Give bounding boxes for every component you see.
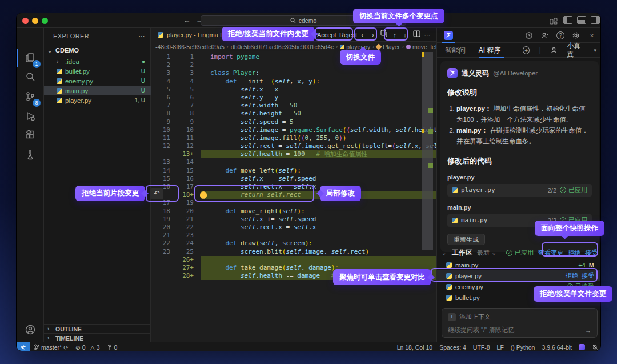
workspace-file-player.py[interactable]: player.py拒绝接受 bbox=[437, 270, 601, 281]
tab-smart-qa[interactable]: 智能问答 bbox=[445, 43, 470, 58]
status-item[interactable]: UTF-8 bbox=[470, 342, 494, 352]
compare-changes-icon[interactable] bbox=[379, 30, 388, 40]
outline-section[interactable]: › OUTLINE bbox=[44, 324, 151, 333]
split-editor-icon[interactable] bbox=[412, 30, 421, 40]
chevron-down-icon[interactable]: ⌄ bbox=[442, 250, 447, 256]
code-line[interactable]: 2325 screen.blit(self.image, self.rect) bbox=[151, 248, 436, 256]
lingma-status-icon[interactable] bbox=[575, 342, 588, 352]
testing-icon[interactable] bbox=[21, 146, 39, 164]
maximize-traffic-light[interactable] bbox=[42, 18, 48, 24]
code-line[interactable]: 1212 self.rect = self.image.get_rect(top… bbox=[151, 142, 436, 150]
breadcrumb-item[interactable]: move_left bbox=[406, 43, 436, 50]
reject-all-link[interactable]: 拒绝 bbox=[568, 249, 580, 257]
tree-item-.idea[interactable]: ›.idea● bbox=[44, 57, 151, 66]
minimize-traffic-light[interactable] bbox=[32, 18, 38, 24]
status-item[interactable]: () Python bbox=[507, 342, 539, 352]
lingma-logo-icon[interactable] bbox=[444, 31, 453, 40]
code-line[interactable]: 2224 def draw(self, screen): bbox=[151, 239, 436, 247]
user-name[interactable]: 小真真 bbox=[567, 42, 585, 59]
timeline-section[interactable]: › TIMELINE bbox=[44, 333, 151, 342]
code-line[interactable]: 44 def __init__(self, x, y): bbox=[151, 78, 436, 86]
account-icon[interactable] bbox=[21, 321, 39, 339]
tab-ai-programmer[interactable]: AI 程序员 bbox=[479, 43, 504, 58]
status-item[interactable]: Spaces: 4 bbox=[436, 342, 470, 352]
code-line[interactable]: 22 bbox=[151, 61, 436, 69]
code-line[interactable]: 55 self.x = x bbox=[151, 86, 436, 94]
new-session-icon[interactable]: + bbox=[523, 46, 530, 54]
code-line[interactable]: 77 self.width = 50 bbox=[151, 102, 436, 110]
problems-item[interactable]: ⊘0 △3 bbox=[72, 342, 103, 352]
code-file-chip-player.py[interactable]: player.py2/2✓已应用 bbox=[447, 184, 592, 197]
diff-added-line[interactable]: 13+ self.health = 100 # 增加生命值属性 bbox=[151, 150, 436, 158]
customize-layout-icon[interactable] bbox=[550, 17, 558, 23]
notifications-bell-icon[interactable] bbox=[588, 342, 601, 352]
close-traffic-light[interactable] bbox=[22, 18, 29, 24]
status-item[interactable]: LF bbox=[494, 342, 507, 352]
extensions-icon[interactable] bbox=[21, 126, 39, 145]
panel-settings-icon[interactable] bbox=[571, 31, 580, 40]
code-line[interactable]: 1617 self.rect.x = self.x bbox=[151, 183, 436, 191]
code-line[interactable]: 11import pygame bbox=[151, 53, 436, 61]
code-line[interactable]: 99 self.speed = 5 bbox=[151, 118, 436, 126]
toggle-secondary-sidebar-icon[interactable] bbox=[591, 16, 600, 24]
diff-code-area[interactable]: 11import pygame2233class Player:44 def _… bbox=[151, 53, 436, 280]
code-line[interactable]: 2022 self.rect.x = self.x bbox=[151, 223, 436, 231]
lightbulb-icon[interactable] bbox=[200, 191, 207, 198]
tree-item-enemy.py[interactable]: enemy.pyU bbox=[44, 76, 151, 86]
regenerate-button[interactable]: 重新生成 bbox=[447, 234, 485, 245]
breadcrumb-item[interactable]: Player bbox=[376, 43, 400, 50]
search-view-icon[interactable] bbox=[21, 68, 39, 86]
explorer-icon[interactable]: 1 bbox=[21, 49, 39, 67]
chat-input-box[interactable]: + 添加上下文 继续提问或 "/" 清除记忆 → bbox=[442, 308, 598, 338]
explorer-more-actions-icon[interactable]: ⋯ bbox=[139, 33, 145, 40]
accept-all-link[interactable]: 接受 bbox=[585, 249, 598, 257]
workspace-latest-dropdown[interactable]: 最新 ⌄ bbox=[477, 249, 496, 257]
workspace-file-main.py[interactable]: main.py+4M bbox=[437, 259, 601, 270]
git-branch-item[interactable]: master* ⟳ bbox=[30, 342, 72, 352]
next-change-icon[interactable]: ↓ bbox=[400, 30, 410, 40]
prev-change-icon[interactable]: ↑ bbox=[390, 30, 399, 40]
code-line[interactable]: 1921 self.x += self.speed bbox=[151, 215, 436, 223]
status-item[interactable]: Ln 18, Col 10 bbox=[394, 342, 436, 352]
code-line[interactable]: 1719 bbox=[151, 199, 436, 207]
remote-indicator[interactable] bbox=[17, 342, 30, 352]
view-changes-link[interactable]: 查看变更 bbox=[538, 249, 563, 257]
breadcrumb-item[interactable]: db0c5b6c0f71ac06e305bc9001c65d4c bbox=[231, 43, 334, 50]
editor-scrollbar[interactable] bbox=[422, 52, 433, 250]
toggle-panel-icon[interactable] bbox=[577, 16, 586, 24]
accept-file-changes-button[interactable]: Accept bbox=[317, 30, 336, 40]
code-line[interactable]: 66 self.y = y bbox=[151, 94, 436, 102]
add-context-button[interactable]: + 添加上下文 bbox=[448, 313, 591, 321]
tree-item-player.py[interactable]: player.py1, U bbox=[44, 95, 151, 105]
source-control-icon[interactable]: 8 bbox=[21, 87, 39, 106]
ports-item[interactable]: 0 bbox=[103, 342, 121, 352]
code-line[interactable]: 1314 bbox=[151, 158, 436, 166]
tree-item-main.py[interactable]: main.pyU bbox=[44, 86, 151, 95]
reject-file-changes-button[interactable]: Reject bbox=[339, 30, 357, 40]
code-line[interactable]: 1820 def move_right(self): bbox=[151, 207, 436, 215]
toggle-primary-sidebar-icon[interactable] bbox=[563, 16, 572, 24]
prev-file-icon[interactable]: ‹ bbox=[358, 30, 367, 40]
code-line[interactable]: 1415 def move_left(self): bbox=[151, 167, 436, 175]
feedback-icon[interactable] bbox=[540, 31, 550, 40]
reject-file-link[interactable]: 拒绝 bbox=[566, 271, 578, 280]
code-line[interactable]: 33class Player: bbox=[151, 69, 436, 77]
diff-added-line[interactable]: 26+ bbox=[151, 256, 436, 264]
run-debug-icon[interactable] bbox=[21, 107, 39, 125]
code-line[interactable]: 1010 self.image = pygame.Surface((self.w… bbox=[151, 126, 436, 134]
tree-item-bullet.py[interactable]: bullet.pyU bbox=[44, 66, 151, 76]
breadcrumb-item[interactable]: -48e0-8f66-5e93edfc09a5 bbox=[155, 43, 225, 50]
code-line[interactable]: 1111 self.image.fill((0, 255, 0)) bbox=[151, 134, 436, 142]
code-line[interactable]: 88 self.height = 50 bbox=[151, 110, 436, 118]
send-arrow-icon[interactable]: → bbox=[585, 327, 591, 334]
code-line[interactable]: 2123 bbox=[151, 231, 436, 239]
project-root-row[interactable]: ⌄ CDEMO bbox=[44, 45, 151, 55]
status-item[interactable]: 3.9.6 64-bit bbox=[538, 342, 575, 352]
code-line[interactable]: 1516 self.x -= self.speed bbox=[151, 175, 436, 183]
breadcrumb[interactable]: -48e0-8f66-5e93edfc09a5›db0c5b6c0f71ac06… bbox=[151, 42, 436, 52]
editor-more-actions-icon[interactable]: ⋯ bbox=[423, 30, 432, 40]
diff-added-line[interactable]: 18+ return self.rect bbox=[151, 191, 436, 199]
close-panel-icon[interactable]: × bbox=[587, 31, 596, 40]
discard-snippet-icon[interactable]: ↶ bbox=[150, 188, 163, 199]
history-icon[interactable] bbox=[524, 31, 534, 40]
